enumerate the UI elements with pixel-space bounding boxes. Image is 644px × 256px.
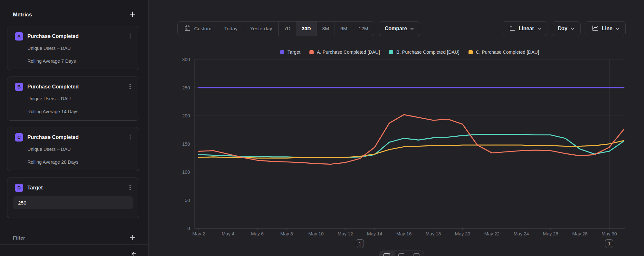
metric-title-row: APurchase Completed [15, 32, 132, 41]
legend-swatch [309, 50, 314, 54]
range-7d[interactable]: 7D [278, 22, 296, 36]
chart-toolbar: CustomTodayYesterday7D30D3M6M12M Compare… [177, 21, 626, 36]
metric-card[interactable]: CPurchase CompletedUnique Users – DAURol… [7, 127, 139, 171]
range-label: Yesterday [250, 26, 272, 32]
range-today[interactable]: Today [218, 22, 243, 36]
x-axis-label: May 30 [601, 231, 617, 236]
annotation-badge[interactable]: 1 [605, 239, 613, 248]
legend-label: A. Purchase Completed [DAU] [317, 50, 380, 55]
range-12m[interactable]: 12M [353, 22, 374, 36]
metric-title-row: DTarget [15, 184, 133, 192]
metric-title-row: BPurchase Completed [15, 83, 132, 91]
metric-menu-button[interactable] [127, 33, 134, 40]
metric-letter-badge: B [15, 83, 23, 91]
interval-label: Day [558, 26, 567, 32]
range-label: Custom [194, 26, 211, 32]
chart-view-switcher [379, 251, 424, 256]
metric-title: Purchase Completed [27, 84, 79, 90]
y-axis-label: 100 [182, 169, 190, 175]
x-axis-label: May 14 [367, 231, 383, 236]
x-axis-label: May 26 [543, 231, 558, 236]
plus-icon [129, 11, 136, 18]
y-axis-label: 300 [182, 57, 190, 62]
linear-axis-icon [508, 25, 516, 33]
metric-measure: Unique Users – DAU [27, 45, 132, 51]
metric-title-row: CPurchase Completed [15, 133, 132, 142]
chart-display-controls: Linear Day [502, 21, 626, 36]
date-range-control: CustomTodayYesterday7D30D3M6M12M [177, 21, 374, 36]
view-table-button[interactable] [394, 251, 409, 256]
range-yesterday[interactable]: Yesterday [244, 22, 278, 36]
x-axis-label: May 2 [192, 231, 205, 236]
range-custom[interactable]: Custom [178, 22, 218, 36]
metric-transform: Rolling Average 7 Days [27, 58, 132, 64]
collapse-sidebar-button[interactable] [129, 250, 137, 256]
compare-button[interactable]: Compare [379, 21, 420, 36]
metric-menu-button[interactable] [127, 184, 134, 191]
view-chart-button[interactable] [379, 251, 394, 256]
range-label: 7D [284, 26, 290, 32]
legend-label: B. Purchase Completed [DAU] [396, 50, 459, 55]
annotation-badge[interactable]: 1 [356, 239, 364, 248]
calendar-icon [184, 25, 191, 33]
metric-measure: Unique Users – DAU [27, 146, 132, 152]
x-axis-label: May 4 [222, 231, 234, 236]
series-line-a [199, 115, 624, 164]
kebab-menu-icon [127, 33, 133, 40]
metric-menu-button[interactable] [127, 83, 134, 90]
range-3m[interactable]: 3M [316, 22, 335, 36]
chart-legend: TargetA. Purchase Completed [DAU]B. Purc… [194, 48, 625, 56]
filter-section-header: Filter [13, 233, 136, 242]
metrics-sidebar: Metrics APurchase CompletedUnique Users … [0, 0, 149, 256]
x-axis-label: May 12 [338, 231, 353, 236]
series-line-b [199, 134, 624, 158]
legend-swatch [389, 50, 393, 54]
compare-label: Compare [385, 26, 407, 32]
metric-menu-button[interactable] [127, 134, 134, 141]
y-axis-label: 250 [182, 85, 190, 90]
chart-panel: 050100150200250300May 2May 4May 6May 8Ma… [149, 0, 644, 256]
sidebar-divider [0, 244, 148, 245]
chart-view-icon [384, 253, 390, 256]
range-label: 12M [359, 26, 368, 32]
metric-card[interactable]: BPurchase CompletedUnique Users – DAURol… [7, 77, 139, 121]
legend-item[interactable]: B. Purchase Completed [DAU] [389, 50, 459, 55]
chevron-down-icon [537, 26, 541, 32]
chevron-down-icon [615, 26, 620, 32]
line-chart-icon [591, 25, 599, 33]
chart-type-select[interactable]: Line [585, 21, 626, 36]
y-axis-label: 50 [185, 198, 190, 203]
scale-label: Linear [519, 26, 534, 32]
kebab-menu-icon [127, 83, 133, 91]
chevron-down-icon [410, 26, 414, 32]
metric-letter-badge: D [15, 184, 23, 192]
target-card[interactable]: DTarget [7, 178, 139, 218]
x-axis-label: May 6 [251, 231, 264, 236]
legend-item[interactable]: A. Purchase Completed [DAU] [309, 50, 380, 55]
series-line-c [199, 141, 624, 158]
metric-card[interactable]: APurchase CompletedUnique Users – DAURol… [7, 26, 139, 70]
add-metric-button[interactable] [129, 11, 136, 19]
x-axis-label: May 22 [484, 231, 500, 236]
legend-item[interactable]: C. Purchase Completed [DAU] [469, 50, 539, 55]
collapse-left-icon [129, 254, 137, 256]
view-card-button[interactable] [409, 251, 424, 256]
legend-item[interactable]: Target [280, 50, 300, 55]
metric-letter-badge: C [15, 133, 23, 142]
target-value-input[interactable] [13, 196, 133, 209]
metric-transform: Rolling Average 14 Days [27, 108, 132, 115]
scale-select[interactable]: Linear [502, 21, 547, 36]
add-filter-button[interactable] [129, 234, 136, 242]
interval-select[interactable]: Day [552, 21, 581, 36]
line-chart: 050100150200250300May 2May 4May 6May 8Ma… [149, 0, 644, 256]
range-6m[interactable]: 6M [335, 22, 353, 36]
metric-transform: Rolling Average 28 Days [27, 159, 132, 165]
x-axis-label: May 10 [308, 231, 324, 236]
sidebar-header: Metrics [13, 10, 136, 19]
metric-title: Purchase Completed [27, 33, 79, 39]
x-axis-label: May 20 [455, 231, 470, 236]
range-30d[interactable]: 30D [296, 22, 316, 36]
chevron-down-icon [570, 26, 574, 32]
legend-swatch [280, 50, 284, 54]
x-axis-label: May 18 [426, 231, 441, 236]
